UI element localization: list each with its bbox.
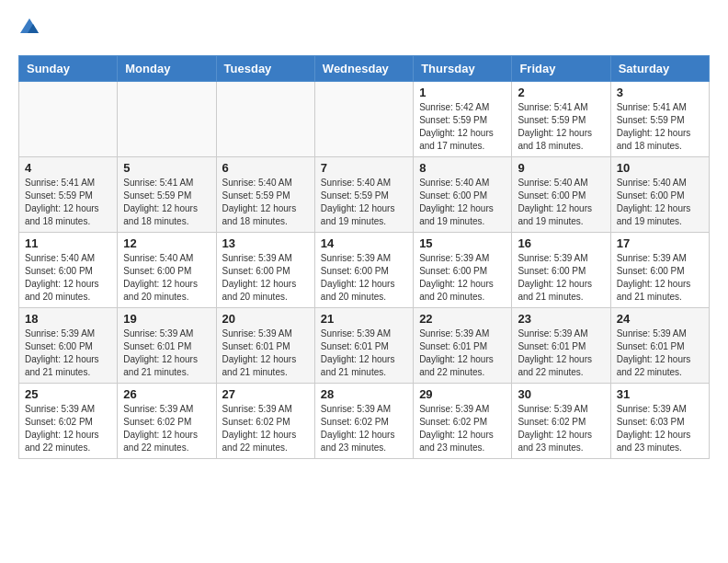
day-number: 17: [617, 236, 703, 250]
calendar-cell: 1Sunrise: 5:42 AM Sunset: 5:59 PM Daylig…: [414, 82, 512, 157]
calendar-cell: 7Sunrise: 5:40 AM Sunset: 5:59 PM Daylig…: [314, 157, 413, 233]
calendar-cell: 15Sunrise: 5:39 AM Sunset: 6:00 PM Dayli…: [414, 233, 512, 308]
day-info: Sunrise: 5:41 AM Sunset: 5:59 PM Dayligh…: [617, 101, 703, 153]
calendar-week-row: 18Sunrise: 5:39 AM Sunset: 6:00 PM Dayli…: [19, 308, 710, 384]
day-number: 10: [617, 161, 703, 175]
day-info: Sunrise: 5:40 AM Sunset: 6:00 PM Dayligh…: [419, 177, 506, 228]
calendar-cell: 16Sunrise: 5:39 AM Sunset: 6:00 PM Dayli…: [512, 233, 610, 308]
day-info: Sunrise: 5:40 AM Sunset: 6:00 PM Dayligh…: [518, 177, 604, 228]
day-info: Sunrise: 5:39 AM Sunset: 6:02 PM Dayligh…: [419, 403, 506, 454]
calendar-week-row: 25Sunrise: 5:39 AM Sunset: 6:02 PM Dayli…: [19, 384, 710, 459]
day-number: 2: [518, 86, 604, 99]
calendar-cell: 28Sunrise: 5:39 AM Sunset: 6:02 PM Dayli…: [314, 384, 413, 459]
weekday-header-monday: Monday: [118, 56, 216, 82]
day-number: 1: [419, 86, 506, 99]
day-number: 3: [617, 86, 703, 99]
day-number: 6: [222, 161, 309, 175]
calendar-cell: 18Sunrise: 5:39 AM Sunset: 6:00 PM Dayli…: [19, 308, 118, 384]
calendar-cell: 4Sunrise: 5:41 AM Sunset: 5:59 PM Daylig…: [19, 157, 118, 233]
day-number: 26: [123, 387, 210, 401]
day-info: Sunrise: 5:41 AM Sunset: 5:59 PM Dayligh…: [123, 177, 210, 228]
day-number: 15: [419, 236, 506, 250]
day-info: Sunrise: 5:40 AM Sunset: 6:00 PM Dayligh…: [123, 252, 210, 304]
day-number: 24: [617, 312, 703, 326]
day-info: Sunrise: 5:39 AM Sunset: 6:01 PM Dayligh…: [419, 327, 506, 379]
day-info: Sunrise: 5:39 AM Sunset: 6:00 PM Dayligh…: [222, 252, 309, 304]
day-info: Sunrise: 5:39 AM Sunset: 6:00 PM Dayligh…: [518, 252, 604, 304]
day-number: 20: [222, 312, 309, 326]
weekday-header-wednesday: Wednesday: [314, 56, 413, 82]
calendar-cell: 21Sunrise: 5:39 AM Sunset: 6:01 PM Dayli…: [314, 308, 413, 384]
day-number: 27: [222, 387, 309, 401]
calendar-cell: 31Sunrise: 5:39 AM Sunset: 6:03 PM Dayli…: [610, 384, 709, 459]
day-info: Sunrise: 5:39 AM Sunset: 6:01 PM Dayligh…: [518, 327, 604, 379]
day-number: 31: [617, 387, 703, 401]
calendar-cell: [314, 82, 413, 157]
calendar-cell: 12Sunrise: 5:40 AM Sunset: 6:00 PM Dayli…: [118, 233, 216, 308]
calendar-week-row: 11Sunrise: 5:40 AM Sunset: 6:00 PM Dayli…: [19, 233, 710, 308]
calendar-cell: 11Sunrise: 5:40 AM Sunset: 6:00 PM Dayli…: [19, 233, 118, 308]
day-info: Sunrise: 5:39 AM Sunset: 6:02 PM Dayligh…: [123, 403, 210, 454]
logo: [18, 18, 42, 40]
day-number: 21: [321, 312, 407, 326]
calendar-cell: 26Sunrise: 5:39 AM Sunset: 6:02 PM Dayli…: [118, 384, 216, 459]
page-header: [18, 18, 710, 40]
calendar-cell: 24Sunrise: 5:39 AM Sunset: 6:01 PM Dayli…: [610, 308, 709, 384]
day-number: 8: [419, 161, 506, 175]
day-info: Sunrise: 5:40 AM Sunset: 5:59 PM Dayligh…: [222, 177, 309, 228]
calendar-cell: 9Sunrise: 5:40 AM Sunset: 6:00 PM Daylig…: [512, 157, 610, 233]
calendar-week-row: 4Sunrise: 5:41 AM Sunset: 5:59 PM Daylig…: [19, 157, 710, 233]
day-number: 16: [518, 236, 604, 250]
day-info: Sunrise: 5:39 AM Sunset: 6:02 PM Dayligh…: [518, 403, 604, 454]
day-info: Sunrise: 5:39 AM Sunset: 6:01 PM Dayligh…: [222, 327, 309, 379]
calendar-cell: 25Sunrise: 5:39 AM Sunset: 6:02 PM Dayli…: [19, 384, 118, 459]
day-number: 22: [419, 312, 506, 326]
day-number: 12: [123, 236, 210, 250]
day-number: 5: [123, 161, 210, 175]
logo-icon: [18, 17, 40, 39]
calendar-cell: [216, 82, 314, 157]
calendar-cell: 27Sunrise: 5:39 AM Sunset: 6:02 PM Dayli…: [216, 384, 314, 459]
day-info: Sunrise: 5:40 AM Sunset: 6:00 PM Dayligh…: [25, 252, 111, 304]
day-info: Sunrise: 5:39 AM Sunset: 6:02 PM Dayligh…: [321, 403, 407, 454]
day-info: Sunrise: 5:39 AM Sunset: 6:03 PM Dayligh…: [617, 403, 703, 454]
day-info: Sunrise: 5:39 AM Sunset: 6:01 PM Dayligh…: [617, 327, 703, 379]
day-info: Sunrise: 5:40 AM Sunset: 6:00 PM Dayligh…: [617, 177, 703, 228]
day-number: 19: [123, 312, 210, 326]
day-info: Sunrise: 5:39 AM Sunset: 6:02 PM Dayligh…: [222, 403, 309, 454]
calendar-cell: 10Sunrise: 5:40 AM Sunset: 6:00 PM Dayli…: [610, 157, 709, 233]
calendar-cell: 8Sunrise: 5:40 AM Sunset: 6:00 PM Daylig…: [414, 157, 512, 233]
calendar-cell: [19, 82, 118, 157]
day-number: 11: [25, 236, 111, 250]
calendar-cell: 22Sunrise: 5:39 AM Sunset: 6:01 PM Dayli…: [414, 308, 512, 384]
calendar-cell: 20Sunrise: 5:39 AM Sunset: 6:01 PM Dayli…: [216, 308, 314, 384]
calendar-cell: 29Sunrise: 5:39 AM Sunset: 6:02 PM Dayli…: [414, 384, 512, 459]
weekday-header-thursday: Thursday: [414, 56, 512, 82]
day-info: Sunrise: 5:39 AM Sunset: 6:00 PM Dayligh…: [321, 252, 407, 304]
day-info: Sunrise: 5:39 AM Sunset: 6:00 PM Dayligh…: [419, 252, 506, 304]
calendar-cell: [118, 82, 216, 157]
calendar-cell: 5Sunrise: 5:41 AM Sunset: 5:59 PM Daylig…: [118, 157, 216, 233]
calendar-cell: 14Sunrise: 5:39 AM Sunset: 6:00 PM Dayli…: [314, 233, 413, 308]
weekday-header-tuesday: Tuesday: [216, 56, 314, 82]
day-number: 23: [518, 312, 604, 326]
day-info: Sunrise: 5:41 AM Sunset: 5:59 PM Dayligh…: [25, 177, 111, 228]
weekday-header-sunday: Sunday: [19, 56, 118, 82]
day-number: 4: [25, 161, 111, 175]
day-number: 18: [25, 312, 111, 326]
calendar-cell: 17Sunrise: 5:39 AM Sunset: 6:00 PM Dayli…: [610, 233, 709, 308]
weekday-header-row: SundayMondayTuesdayWednesdayThursdayFrid…: [19, 56, 710, 82]
day-number: 30: [518, 387, 604, 401]
day-number: 14: [321, 236, 407, 250]
calendar-cell: 3Sunrise: 5:41 AM Sunset: 5:59 PM Daylig…: [610, 82, 709, 157]
day-info: Sunrise: 5:42 AM Sunset: 5:59 PM Dayligh…: [419, 101, 506, 153]
day-info: Sunrise: 5:39 AM Sunset: 6:00 PM Dayligh…: [617, 252, 703, 304]
day-info: Sunrise: 5:39 AM Sunset: 6:00 PM Dayligh…: [25, 327, 111, 379]
calendar-cell: 6Sunrise: 5:40 AM Sunset: 5:59 PM Daylig…: [216, 157, 314, 233]
day-info: Sunrise: 5:39 AM Sunset: 6:01 PM Dayligh…: [321, 327, 407, 379]
day-number: 29: [419, 387, 506, 401]
calendar-cell: 23Sunrise: 5:39 AM Sunset: 6:01 PM Dayli…: [512, 308, 610, 384]
day-number: 28: [321, 387, 407, 401]
day-number: 7: [321, 161, 407, 175]
calendar-cell: 13Sunrise: 5:39 AM Sunset: 6:00 PM Dayli…: [216, 233, 314, 308]
